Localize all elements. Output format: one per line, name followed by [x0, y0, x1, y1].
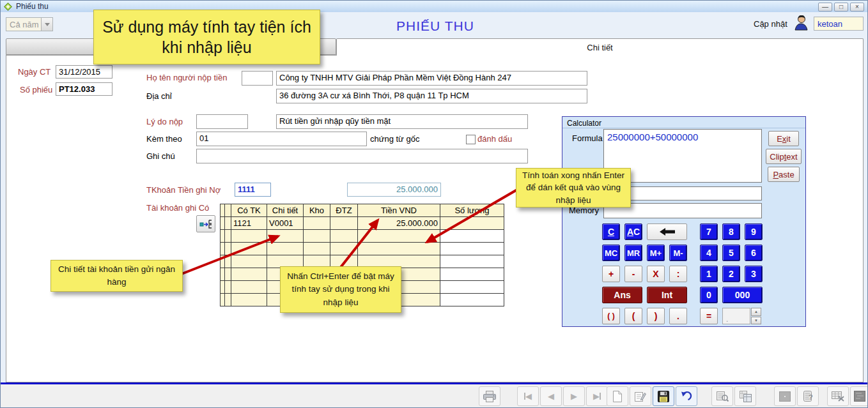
- key-rparen[interactable]: ): [647, 308, 665, 324]
- key-backspace[interactable]: [647, 223, 687, 240]
- table-cell[interactable]: [358, 230, 440, 243]
- key-5[interactable]: 5: [722, 245, 740, 261]
- print-button[interactable]: [479, 386, 500, 406]
- cell-kho[interactable]: [304, 217, 330, 230]
- table-cell[interactable]: [304, 230, 330, 243]
- key-ac[interactable]: AC: [624, 223, 642, 240]
- table-cell[interactable]: [221, 281, 225, 294]
- cell-tien[interactable]: 25.000.000: [358, 217, 440, 230]
- key-parens[interactable]: ( ): [602, 308, 620, 324]
- clipboard-help-button[interactable]: ?: [797, 386, 819, 406]
- table-cell[interactable]: [231, 255, 267, 268]
- cell-soluong[interactable]: [440, 217, 504, 230]
- key-mr[interactable]: MR: [624, 245, 642, 261]
- key-9[interactable]: 9: [745, 223, 763, 240]
- period-dropdown-button[interactable]: [41, 18, 52, 31]
- cell-cotk[interactable]: 1121: [231, 217, 267, 230]
- table-cell[interactable]: [225, 255, 231, 268]
- table-cell[interactable]: [221, 217, 225, 230]
- copy-table-button[interactable]: [734, 386, 756, 406]
- undo-button[interactable]: [676, 386, 697, 406]
- save-button[interactable]: [653, 386, 674, 406]
- key-8[interactable]: 8: [722, 223, 740, 240]
- debit-account-field[interactable]: 1111: [235, 183, 271, 197]
- key-mminus[interactable]: M-: [669, 245, 687, 261]
- table-cell[interactable]: [330, 230, 358, 243]
- key-6[interactable]: 6: [745, 245, 763, 261]
- square-button[interactable]: [774, 386, 796, 406]
- key-minus[interactable]: -: [624, 266, 642, 282]
- table-cell[interactable]: [225, 243, 231, 255]
- user-field[interactable]: ketoan: [814, 17, 864, 31]
- tab-detail[interactable]: Chi tiết: [336, 38, 864, 56]
- paste-button[interactable]: Paste: [768, 167, 800, 182]
- mark-checkbox[interactable]: [466, 135, 476, 144]
- table-cell[interactable]: [231, 230, 267, 243]
- key-2[interactable]: 2: [722, 266, 740, 282]
- minimize-button[interactable]: —: [818, 3, 832, 11]
- table-cell[interactable]: [440, 255, 504, 268]
- table-cell[interactable]: [440, 243, 504, 255]
- table-cell[interactable]: [267, 243, 304, 255]
- key-0[interactable]: 0: [700, 287, 718, 303]
- key-int[interactable]: Int: [647, 287, 687, 303]
- spinner-down-icon[interactable]: ▼: [751, 317, 761, 325]
- exit-button[interactable]: Exit: [768, 131, 799, 146]
- key-equals[interactable]: =: [700, 308, 718, 324]
- find-button[interactable]: [711, 386, 733, 406]
- key-4[interactable]: 4: [700, 245, 718, 261]
- table-cell[interactable]: [225, 294, 231, 306]
- table-cell[interactable]: [231, 294, 267, 306]
- table-cell[interactable]: [231, 281, 267, 294]
- cell-dtz[interactable]: [330, 217, 358, 230]
- table-cell[interactable]: [440, 268, 504, 281]
- table-cell[interactable]: [440, 294, 504, 306]
- table-cell[interactable]: [231, 243, 267, 255]
- spinner-up-icon[interactable]: ▲: [751, 308, 761, 316]
- key-c[interactable]: C: [602, 223, 620, 240]
- attach-field[interactable]: 01: [196, 132, 367, 146]
- table-cell[interactable]: [221, 243, 225, 255]
- table-cell[interactable]: [225, 217, 231, 230]
- key-mplus[interactable]: M+: [647, 245, 665, 261]
- last-record-button[interactable]: ▶: [586, 386, 608, 406]
- table-cell[interactable]: [221, 268, 225, 281]
- cliptext-button[interactable]: Cliptext: [766, 149, 802, 164]
- reason-code-field[interactable]: [196, 114, 248, 129]
- reason-field[interactable]: Rút tiền gửi nhập qũy tiền mặt: [276, 114, 528, 129]
- note-field[interactable]: [196, 149, 528, 163]
- key-ans[interactable]: Ans: [602, 287, 642, 303]
- table-cell[interactable]: [225, 281, 231, 294]
- table-cell[interactable]: [267, 230, 304, 243]
- key-mc[interactable]: MC: [602, 245, 620, 261]
- decimal-spinner-buttons[interactable]: ▲ ▼: [751, 308, 761, 324]
- table-cell[interactable]: [440, 230, 504, 243]
- prev-record-button[interactable]: ◀: [540, 386, 562, 406]
- next-record-button[interactable]: ▶: [563, 386, 585, 406]
- decimal-spinner-field[interactable]: .: [722, 308, 750, 324]
- restore-button[interactable]: □: [834, 3, 848, 11]
- table-cell[interactable]: [225, 268, 231, 281]
- expand-detail-button[interactable]: [196, 215, 215, 232]
- user-icon[interactable]: [792, 14, 810, 31]
- debit-amount-field[interactable]: 25.000.000: [347, 183, 441, 197]
- key-plus[interactable]: +: [602, 266, 620, 282]
- table-cell[interactable]: [358, 243, 440, 255]
- table-cell[interactable]: [221, 255, 225, 268]
- table-cell[interactable]: [440, 281, 504, 294]
- table-cell[interactable]: [221, 294, 225, 306]
- key-multiply[interactable]: X: [647, 266, 665, 282]
- first-record-button[interactable]: ◀: [517, 386, 539, 406]
- period-combobox[interactable]: Cả năm: [6, 17, 53, 31]
- key-3[interactable]: 3: [745, 266, 763, 282]
- new-record-button[interactable]: [607, 386, 628, 406]
- delete-table-button[interactable]: [827, 386, 849, 406]
- table-cell[interactable]: [221, 230, 225, 243]
- close-button[interactable]: ×: [850, 3, 864, 11]
- key-divide[interactable]: :: [669, 266, 687, 282]
- table-cell[interactable]: [225, 230, 231, 243]
- table-cell[interactable]: [231, 268, 267, 281]
- ngay-ct-field[interactable]: 31/12/2015: [56, 65, 112, 79]
- key-1[interactable]: 1: [700, 266, 718, 282]
- table-cell[interactable]: [304, 243, 330, 255]
